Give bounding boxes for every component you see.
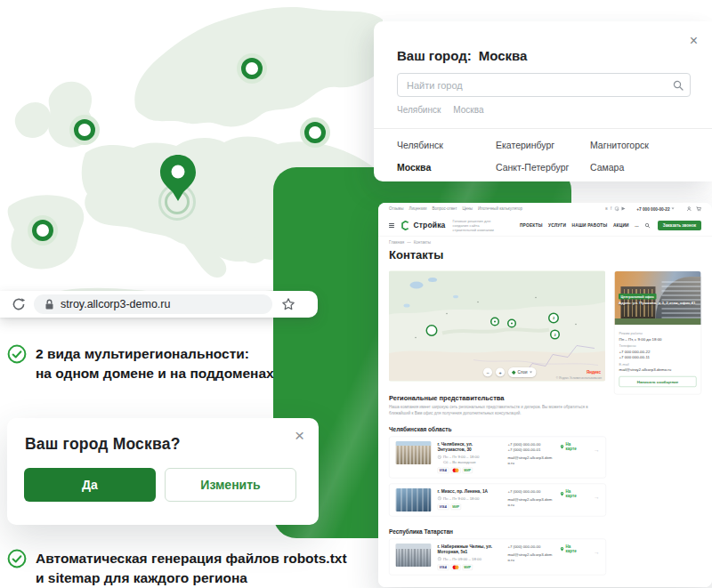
confirm-yes-button[interactable]: Да xyxy=(24,468,156,502)
topbar-link[interactable]: Отзывы xyxy=(389,206,403,211)
rep-address: г. Набережные Челны, ул. Моторная, 5к1 xyxy=(438,544,500,554)
nav-more[interactable]: ... xyxy=(635,223,639,229)
site-nav: ПРОЕКТЫ УСЛУГИ НАШИ РАБОТЫ АКЦИИ ... Зак… xyxy=(520,221,701,230)
instagram-icon[interactable] xyxy=(615,207,619,211)
map-zoom-out-button[interactable]: − xyxy=(483,368,492,377)
office-address: Адрес: ул. Пушкина, д.3, 2 этаж, офис 41 xyxy=(619,301,697,306)
feature-robots-sitemap: Автоматическая генерация файлов robots.t… xyxy=(7,549,347,588)
nav-item[interactable]: УСЛУГИ xyxy=(548,223,566,229)
visa-icon: VISA xyxy=(438,564,449,570)
hamburger-icon[interactable] xyxy=(389,223,394,228)
check-icon xyxy=(7,549,27,568)
feature-line: и sitemap для каждого региона xyxy=(36,568,347,588)
recent-city-chip[interactable]: Челябинск xyxy=(397,105,441,115)
map-tiles xyxy=(389,271,605,382)
nav-item[interactable]: НАШИ РАБОТЫ xyxy=(572,223,608,229)
confirm-city-dialog: Ваш город Москва? × Да Изменить xyxy=(7,418,319,525)
map-cluster-marker[interactable] xyxy=(426,325,438,336)
page-title: Контакты xyxy=(389,248,701,262)
lock-icon xyxy=(44,299,54,310)
city-option[interactable]: Екатеринбург xyxy=(496,140,569,150)
arrow-right-icon[interactable]: → xyxy=(594,447,600,454)
map-terms[interactable]: © Яндекс Условия использования xyxy=(556,376,602,380)
city-search-input[interactable] xyxy=(397,73,691,97)
rep-office-row[interactable]: г. Миасс, пр. Ленина, 1А Пн – Пт 9:00 – … xyxy=(389,484,606,517)
mir-icon: МИР xyxy=(462,468,473,474)
rep-phone[interactable]: +7 (000) 000-00-00 xyxy=(507,544,554,549)
stroyka-site: Отзывы Лицензии Вопрос-ответ Цены Ипотеч… xyxy=(378,203,712,587)
mastercard-icon xyxy=(450,468,460,474)
nav-item[interactable]: АКЦИИ xyxy=(613,223,629,229)
rep-email[interactable]: mail@stroy2.allcorp3-demo.ru xyxy=(507,455,554,465)
telegram-icon[interactable] xyxy=(621,207,625,211)
topbar-link[interactable]: Вопрос-ответ xyxy=(433,206,457,211)
arrow-right-icon[interactable]: → xyxy=(594,494,600,501)
close-icon[interactable]: × xyxy=(295,427,304,444)
facebook-icon[interactable]: f xyxy=(611,206,611,211)
map-pin-icon xyxy=(241,58,263,79)
map-office-marker[interactable] xyxy=(507,319,516,328)
close-icon[interactable]: × xyxy=(690,34,698,48)
city-dialog-title: Ваш город:Москва xyxy=(397,48,527,63)
clock-icon xyxy=(438,455,442,459)
rep-office-row[interactable]: г. Челябинск, ул. Энтузиастов, 30 Пн – П… xyxy=(389,437,606,479)
write-message-button[interactable]: Написать сообщение xyxy=(619,376,697,387)
promo-canvas: Ваш город:Москва × Челябинск Москва Челя… xyxy=(0,0,712,588)
city-option[interactable]: Самара xyxy=(590,162,649,173)
rep-email[interactable]: mail@stroy2.allcorp3-demo.ru xyxy=(507,496,554,507)
star-bookmark-icon[interactable] xyxy=(281,297,295,311)
office-phone[interactable]: +7 000 000-00-11 xyxy=(619,354,697,359)
on-map-link[interactable]: На карте xyxy=(560,544,581,553)
arrow-right-icon[interactable]: → xyxy=(594,549,600,556)
rep-office-row[interactable]: г. Набережные Челны, ул. Моторная, 5к1 П… xyxy=(389,539,606,576)
on-map-link[interactable]: На карте xyxy=(560,489,581,498)
office-phones-label: Телефоны xyxy=(619,344,697,349)
site-topbar: Отзывы Лицензии Вопрос-ответ Цены Ипотеч… xyxy=(378,203,712,214)
reload-icon[interactable] xyxy=(12,297,26,311)
breadcrumb-home[interactable]: Главная xyxy=(389,240,404,245)
clock-icon xyxy=(438,557,442,561)
nav-item[interactable]: ПРОЕКТЫ xyxy=(520,223,543,229)
site-logo[interactable]: Стройка xyxy=(400,220,445,230)
rep-hours: Пн – Пт 09:00 – 18:00 xyxy=(443,557,481,561)
topbar-link[interactable]: Ипотечный калькулятор xyxy=(478,206,522,211)
feature-line: 2 вида мультирегиональности: xyxy=(36,344,274,364)
chevron-down-icon xyxy=(530,372,532,374)
contacts-map[interactable]: 2 2 − + Слои Яндекс © Яндекс Условия исп… xyxy=(389,271,605,382)
map-office-marker[interactable] xyxy=(490,318,499,326)
rep-phone[interactable]: +7 (000) 000-00-00 xyxy=(507,488,554,494)
city-option-selected[interactable]: Москва xyxy=(397,162,443,173)
layers-icon xyxy=(512,370,516,375)
vk-icon[interactable]: в xyxy=(605,206,607,211)
city-option[interactable]: Челябинск xyxy=(397,140,443,150)
map-pin-icon xyxy=(560,444,563,449)
topbar-link[interactable]: Лицензии xyxy=(409,206,426,211)
map-cluster-marker[interactable]: 2 xyxy=(550,330,560,340)
rep-hours: Пн – Пт 9:00 – 18:00 xyxy=(443,496,479,501)
url-text: stroy.allcorp3-demo.ru xyxy=(61,298,170,310)
cart-icon[interactable] xyxy=(696,206,701,212)
office-thumbnail xyxy=(396,544,432,567)
visa-icon: VISA xyxy=(438,468,449,474)
on-map-link[interactable]: На карте xyxy=(560,442,581,451)
change-city-button[interactable]: Изменить xyxy=(165,468,296,502)
map-layers-button[interactable]: Слои xyxy=(508,367,536,377)
user-icon[interactable] xyxy=(687,206,692,212)
office-hours: Пн – Пт, с 9:00 до 18:00 xyxy=(619,336,697,342)
search-icon[interactable] xyxy=(644,222,650,228)
city-option[interactable]: Магнитогорск xyxy=(590,140,649,150)
map-cluster-marker[interactable]: 2 xyxy=(548,313,559,324)
recent-city-chip[interactable]: Москва xyxy=(453,105,483,115)
rep-email[interactable]: mail@stroy2.allcorp3-demo.ru xyxy=(507,552,554,562)
divider xyxy=(374,128,712,129)
city-option[interactable]: Санкт-Петербург xyxy=(496,162,569,173)
topbar-link[interactable]: Цены xyxy=(462,206,473,211)
site-phone[interactable]: +7 000 000-00-22 xyxy=(636,206,674,212)
office-email[interactable]: mail@stroy2.allcorp3-demo.ru xyxy=(619,366,686,372)
office-thumbnail xyxy=(396,441,432,464)
rep-phone[interactable]: +7 (000) 000-00-01 xyxy=(507,447,554,452)
map-zoom-in-button[interactable]: + xyxy=(496,368,505,377)
url-field[interactable]: stroy.allcorp3-demo.ru xyxy=(34,294,272,314)
feature-line: Автоматическая генерация файлов robots.t… xyxy=(36,549,347,568)
order-call-button[interactable]: Заказать звонок xyxy=(658,221,701,230)
